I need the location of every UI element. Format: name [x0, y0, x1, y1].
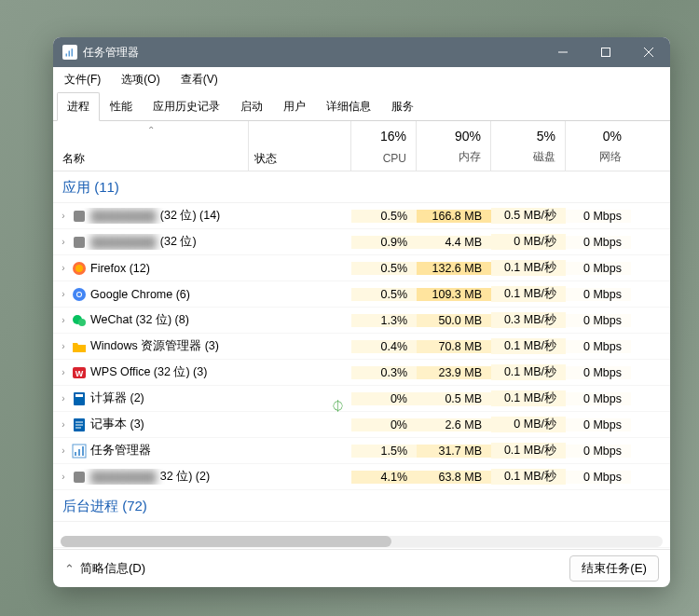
expand-icon[interactable]: › — [59, 315, 68, 325]
expand-icon[interactable]: › — [59, 367, 68, 377]
process-name: ████████ — [90, 471, 157, 484]
eco-mode-icon: ⏀ — [332, 399, 344, 413]
fewer-details-link[interactable]: 简略信息(D) — [80, 560, 145, 577]
network-cell: 0 Mbps — [566, 471, 631, 484]
disk-cell: 0 MB/秒 — [491, 417, 566, 432]
expand-icon[interactable]: › — [59, 472, 68, 482]
col-name[interactable]: ⌃ 名称 — [53, 121, 249, 171]
end-task-button[interactable]: 结束任务(E) — [569, 555, 659, 582]
memory-cell: 31.7 MB — [417, 445, 491, 458]
expand-icon[interactable]: › — [59, 289, 68, 299]
menu-options[interactable]: 选项(O) — [116, 70, 165, 89]
svg-rect-25 — [75, 452, 76, 456]
group-bg[interactable]: 后台进程 (72) — [53, 490, 670, 522]
tab-6[interactable]: 服务 — [381, 92, 424, 120]
close-button[interactable] — [627, 37, 670, 67]
network-cell: 0 Mbps — [566, 262, 631, 275]
process-icon — [72, 470, 87, 485]
table-row[interactable]: › Windows 资源管理器 (3) 0.4% 70.8 MB 0.1 MB/… — [53, 334, 670, 360]
table-row[interactable]: › 记事本 (3) 0% 2.6 MB 0 MB/秒 0 Mbps — [53, 412, 670, 438]
col-memory[interactable]: 90% 内存 — [417, 121, 491, 171]
expand-icon[interactable]: › — [59, 341, 68, 351]
expand-icon[interactable]: › — [59, 211, 68, 221]
expand-icon[interactable]: › — [59, 419, 68, 430]
col-network-label: 网络 — [566, 149, 622, 165]
col-name-label: 名称 — [62, 152, 85, 165]
table-row[interactable]: › ████████ 32 位) (2) 4.1% 63.8 MB 0.1 MB… — [53, 464, 670, 490]
svg-text:W: W — [75, 369, 84, 378]
process-icon: W — [72, 365, 87, 380]
window-title: 任务管理器 — [83, 45, 541, 61]
table-row[interactable]: › ████████ (32 位) 0.9% 4.4 MB 0 MB/秒 0 M… — [53, 229, 670, 255]
scrollbar-thumb[interactable] — [61, 536, 391, 547]
process-icon — [72, 339, 87, 354]
memory-cell: 70.8 MB — [417, 340, 491, 353]
cpu-cell: 0.5% — [351, 210, 417, 223]
svg-point-13 — [77, 293, 81, 296]
process-icon — [72, 391, 87, 406]
process-icon — [72, 261, 87, 276]
tab-0[interactable]: 进程 — [57, 92, 100, 121]
tab-1[interactable]: 性能 — [100, 92, 143, 120]
network-cell: 0 Mbps — [566, 210, 631, 223]
col-disk[interactable]: 5% 磁盘 — [491, 121, 566, 171]
cpu-cell: 1.5% — [351, 445, 417, 458]
svg-point-10 — [75, 265, 83, 272]
process-name-cell: › Windows 资源管理器 (3) — [53, 338, 249, 354]
expand-icon[interactable]: › — [59, 445, 68, 456]
menubar: 文件(F) 选项(O) 查看(V) — [53, 67, 670, 91]
col-cpu-label: CPU — [351, 152, 406, 165]
process-icon — [72, 418, 87, 432]
svg-rect-0 — [66, 54, 68, 57]
table-row[interactable]: › WeChat (32 位) (8) 1.3% 50.0 MB 0.3 MB/… — [53, 308, 670, 334]
chevron-up-icon: ⌃ — [64, 562, 75, 576]
table-row[interactable]: › Firefox (12) 0.5% 132.6 MB 0.1 MB/秒 0 … — [53, 255, 670, 281]
group-apps-count: (11) — [94, 179, 119, 195]
table-row[interactable]: › ████████ (32 位) (14) 0.5% 166.8 MB 0.5… — [53, 203, 670, 229]
titlebar[interactable]: 任务管理器 — [53, 37, 670, 67]
memory-cell: 109.3 MB — [417, 288, 491, 301]
table-row[interactable]: › Google Chrome (6) 0.5% 109.3 MB 0.1 MB… — [53, 281, 670, 308]
svg-rect-19 — [75, 394, 83, 397]
maximize-button[interactable] — [584, 37, 627, 67]
disk-cell: 0.1 MB/秒 — [491, 286, 566, 302]
table-row[interactable]: › 计算器 (2) ⏀ 0% 0.5 MB 0.1 MB/秒 0 Mbps — [53, 386, 670, 412]
process-icon — [72, 235, 87, 250]
cpu-cell: 0.4% — [351, 340, 417, 353]
expand-icon[interactable]: › — [59, 263, 68, 273]
tab-4[interactable]: 用户 — [273, 92, 316, 120]
horizontal-scrollbar[interactable] — [61, 536, 663, 547]
col-network[interactable]: 0% 网络 — [566, 121, 631, 171]
disk-cell: 0.1 MB/秒 — [491, 260, 566, 276]
group-apps-label: 应用 — [62, 179, 90, 195]
tab-2[interactable]: 应用历史记录 — [143, 92, 230, 120]
sort-indicator-icon: ⌃ — [147, 125, 155, 135]
expand-icon[interactable]: › — [59, 393, 68, 404]
process-name-cell: › ████████ 32 位) (2) — [53, 469, 249, 485]
col-cpu[interactable]: 16% CPU — [351, 121, 417, 171]
process-name-cell: › 任务管理器 — [53, 443, 249, 459]
col-status-label: 状态 — [254, 152, 277, 165]
menu-file[interactable]: 文件(F) — [59, 70, 106, 89]
group-apps[interactable]: 应用 (11) — [53, 171, 670, 203]
col-status[interactable]: 状态 — [249, 121, 351, 171]
cpu-cell: 0.5% — [351, 288, 417, 301]
network-cell: 0 Mbps — [566, 314, 631, 327]
network-cell: 0 Mbps — [566, 236, 631, 249]
tab-3[interactable]: 启动 — [230, 92, 273, 120]
disk-cell: 0.1 MB/秒 — [491, 338, 566, 354]
table-row[interactable]: › 任务管理器 1.5% 31.7 MB 0.1 MB/秒 0 Mbps — [53, 438, 670, 464]
memory-cell: 4.4 MB — [417, 236, 491, 249]
process-name-cell: › ████████ (32 位) (14) — [53, 208, 249, 224]
col-network-pct: 0% — [566, 129, 622, 144]
app-icon — [62, 45, 77, 60]
tab-5[interactable]: 详细信息 — [316, 92, 381, 120]
table-row[interactable]: › W WPS Office (32 位) (3) 0.3% 23.9 MB 0… — [53, 360, 670, 386]
expand-icon[interactable]: › — [59, 237, 68, 247]
memory-cell: 23.9 MB — [417, 366, 491, 379]
menu-view[interactable]: 查看(V) — [175, 70, 224, 89]
col-disk-label: 磁盘 — [491, 149, 555, 165]
col-memory-label: 内存 — [417, 149, 481, 165]
minimize-button[interactable] — [541, 37, 584, 67]
col-cpu-pct: 16% — [351, 129, 406, 144]
